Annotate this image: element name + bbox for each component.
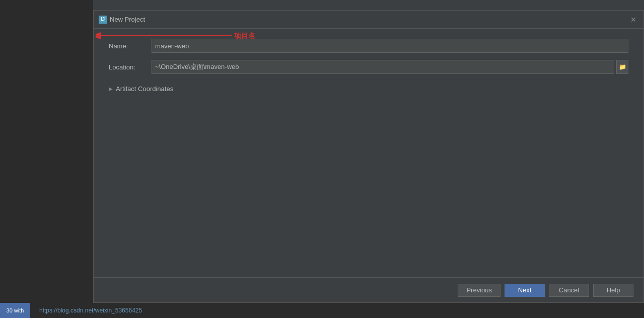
folder-browse-button[interactable]: 📁: [616, 60, 628, 74]
previous-button[interactable]: Previous: [458, 284, 500, 297]
name-row: Name:: [109, 39, 628, 53]
folder-icon: 📁: [619, 63, 626, 70]
new-project-dialog: IJ New Project ✕ Name: Location: 📁: [93, 10, 644, 303]
dialog-title: New Project: [110, 16, 145, 23]
dialog-content: Name: Location: 📁 ▶ Artifact Coordinates: [94, 29, 643, 277]
location-label: Location:: [109, 63, 152, 71]
help-button[interactable]: Help: [593, 284, 633, 297]
dialog-title-left: IJ New Project: [99, 16, 145, 24]
location-input-wrapper: 📁: [152, 60, 628, 74]
next-button[interactable]: Next: [505, 284, 545, 297]
name-label: Name:: [109, 42, 152, 50]
bottom-highlight-label: 30 with: [0, 303, 30, 318]
bottom-bar-url: https://blog.csdn.net/weixin_53656425: [39, 307, 142, 314]
bottom-bar: 30 with https://blog.csdn.net/weixin_536…: [0, 303, 644, 318]
close-button[interactable]: ✕: [628, 15, 638, 25]
artifact-coordinates-toggle[interactable]: ▶ Artifact Coordinates: [109, 84, 628, 94]
name-input-wrapper: [152, 39, 628, 53]
dialog-titlebar: IJ New Project ✕: [94, 11, 643, 29]
cancel-button[interactable]: Cancel: [549, 284, 589, 297]
location-row: Location: 📁: [109, 60, 628, 74]
left-panel: [0, 0, 93, 318]
name-input[interactable]: [152, 39, 628, 53]
artifact-section: ▶ Artifact Coordinates: [109, 84, 628, 94]
dialog-footer: Previous Next Cancel Help: [94, 277, 643, 302]
artifact-coordinates-label: Artifact Coordinates: [116, 85, 173, 93]
location-input[interactable]: [152, 60, 614, 74]
bottom-bar-short-text: 30 with: [7, 307, 24, 313]
intellij-icon: IJ: [99, 16, 107, 24]
artifact-expand-arrow: ▶: [109, 86, 113, 92]
